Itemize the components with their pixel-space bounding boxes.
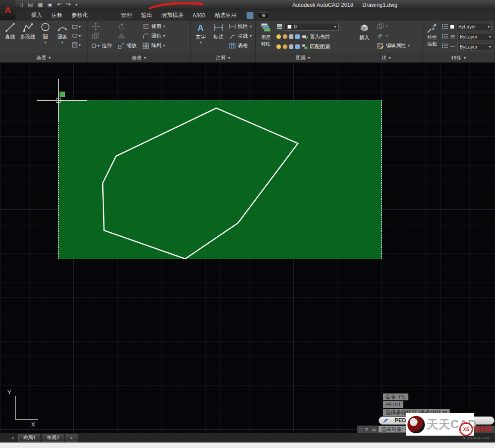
circle-flyout-icon[interactable]: ▾ xyxy=(44,40,46,44)
tab-layout2[interactable]: 布局2 xyxy=(42,434,64,442)
close-icon[interactable]: × xyxy=(365,426,368,432)
properties-list-button-3[interactable] xyxy=(442,41,448,50)
layer-isolate-icon[interactable] xyxy=(276,44,281,49)
hatch-button[interactable]: ▾ xyxy=(72,40,81,49)
qat-dropdown-icon[interactable]: ▾ xyxy=(76,3,77,7)
polyline-button[interactable]: 多段线 xyxy=(19,21,36,53)
lineweight-dropdown[interactable]: ByLayer ▾ xyxy=(457,33,493,40)
apps-icon[interactable] xyxy=(247,12,253,19)
circle-button[interactable]: 圆 ▾ xyxy=(38,21,53,53)
ellipse-button[interactable]: ▾ xyxy=(72,31,81,40)
layer-freeze-icon[interactable] xyxy=(295,34,300,39)
layer-lock-icon[interactable] xyxy=(289,34,293,39)
polyline-shape[interactable] xyxy=(103,108,298,259)
properties-list-button-2[interactable] xyxy=(442,31,448,41)
crosshair-horizontal xyxy=(37,100,87,101)
watermark-strip xyxy=(0,443,495,448)
ucs-x-axis xyxy=(15,419,38,420)
arc-button[interactable]: 圆弧 ▾ xyxy=(55,21,70,53)
tab-layout1[interactable]: 布局1 xyxy=(18,434,40,442)
move-button[interactable] xyxy=(92,22,112,31)
drawing-canvas[interactable]: Y X xyxy=(0,63,495,433)
fillet-button[interactable]: 圆角 ▾ xyxy=(142,31,165,41)
window-title: Autodesk AutoCAD 2018 Drawing1.dwg xyxy=(292,2,397,8)
edit-attributes-button[interactable]: 编辑属性 ▾ xyxy=(377,41,410,50)
stretch-button[interactable]: 拉伸 xyxy=(92,41,112,50)
tab-addins[interactable]: 附加模块 xyxy=(157,10,188,21)
text-button[interactable]: A 文字 ▾ xyxy=(193,21,209,53)
tab-featured-apps[interactable]: 精选应用 xyxy=(210,10,241,21)
move-icon xyxy=(92,22,100,31)
tab-a360[interactable]: A360 xyxy=(188,11,210,20)
workspace-pill[interactable] xyxy=(257,12,270,18)
tab-parametric[interactable]: 参数化 xyxy=(67,10,93,21)
autocad-app-button[interactable]: A xyxy=(0,0,16,20)
layer-stack-icon[interactable] xyxy=(276,23,283,30)
panel-modify-footer[interactable]: 修改 ▾ xyxy=(88,53,190,62)
command-options-icon[interactable]: ▾ xyxy=(390,419,392,423)
line-button[interactable]: 直线 xyxy=(2,21,18,53)
mirror-button[interactable] xyxy=(117,31,137,41)
tab-annotate[interactable]: 注释 xyxy=(47,10,67,21)
block-editor-button[interactable]: ▾ xyxy=(377,31,410,41)
layer-unisolate-icon[interactable] xyxy=(283,44,287,49)
layer-thaw-icon[interactable] xyxy=(283,34,287,39)
copy-button[interactable] xyxy=(92,31,112,41)
array-icon xyxy=(142,42,149,49)
make-current-button[interactable]: 置为当前 xyxy=(302,32,330,42)
panel-annotation-footer[interactable]: 注释 ▾ xyxy=(191,53,255,62)
match-properties-button[interactable]: 特性 匹配 xyxy=(424,21,440,53)
create-block-button[interactable]: ▾ xyxy=(377,22,410,31)
table-icon xyxy=(229,43,236,49)
stretch-icon xyxy=(92,42,100,49)
rectangle-button[interactable]: ▾ xyxy=(72,22,81,31)
layout-nav-icon[interactable]: ‹ xyxy=(12,434,14,441)
plot-icon[interactable]: ▣ xyxy=(47,1,52,8)
open-file-icon[interactable]: ▤ xyxy=(28,1,33,8)
redo-icon[interactable]: ↷ xyxy=(66,1,71,8)
linear-dimension-button[interactable]: 线性 ▾ xyxy=(229,22,252,31)
object-color-swatch xyxy=(450,25,454,29)
layer-on-icon[interactable] xyxy=(276,34,281,39)
endpoint-osnap-marker xyxy=(60,92,65,97)
layer-properties-button[interactable]: 图层 特性 xyxy=(258,21,274,53)
linetype-icon xyxy=(450,45,456,49)
xs-badge-icon: XS xyxy=(459,422,473,436)
undo-icon[interactable]: ↶ xyxy=(57,1,62,8)
xs-site: ZL.XS1616.COM xyxy=(462,437,490,440)
tab-output[interactable]: 输出 xyxy=(137,10,157,21)
command-drag-handle[interactable]: ∷ xyxy=(359,427,362,432)
rotate-button[interactable] xyxy=(117,22,137,31)
scale-button[interactable]: 缩放 xyxy=(117,41,137,50)
panel-draw-footer[interactable]: 绘图 ▾ xyxy=(0,53,87,62)
pickbox-cursor[interactable] xyxy=(56,98,60,103)
save-file-icon[interactable]: ▦ xyxy=(38,1,43,8)
panel-properties-footer[interactable]: 特性 ▾ xyxy=(423,53,495,62)
panel-block-footer[interactable]: 块 ▾ xyxy=(350,53,422,62)
arc-flyout-icon[interactable]: ▾ xyxy=(61,40,63,44)
leader-button[interactable]: 引线 ▾ xyxy=(229,31,252,41)
layer-unlock-icon[interactable] xyxy=(289,44,293,49)
layer-select-dropdown[interactable]: 0 ▾ xyxy=(285,23,339,31)
layer-color-swatch xyxy=(287,25,292,29)
match-layer-button[interactable]: 匹配图层 xyxy=(302,42,330,52)
document-name: Drawing1.dwg xyxy=(363,2,397,8)
tab-manage[interactable]: 管理 xyxy=(116,10,137,21)
new-file-icon[interactable]: ▯ xyxy=(20,1,23,8)
array-button[interactable]: 阵列 ▾ xyxy=(142,41,165,50)
tab-insert[interactable]: 插入 xyxy=(27,10,47,21)
match-properties-icon xyxy=(426,22,438,34)
linetype-dropdown[interactable]: ByLayer ▾ xyxy=(457,43,493,50)
layer-off-icon[interactable] xyxy=(295,44,300,49)
wrench-icon[interactable] xyxy=(371,427,376,432)
insert-block-button[interactable]: 插入 xyxy=(357,21,372,53)
polyline-icon xyxy=(22,22,33,33)
object-color-dropdown[interactable]: ByLayer ▾ xyxy=(456,23,492,30)
layer-dropdown-icon: ▾ xyxy=(334,25,336,29)
trim-button[interactable]: 修剪 ▾ xyxy=(142,22,165,31)
dimension-button[interactable]: 标注 xyxy=(211,21,226,53)
new-layout-button[interactable]: + xyxy=(66,434,77,442)
panel-layers-footer[interactable]: 图层 ▾ xyxy=(256,53,350,62)
table-button[interactable]: 表格 xyxy=(229,41,252,50)
properties-list-button-1[interactable] xyxy=(442,22,448,31)
